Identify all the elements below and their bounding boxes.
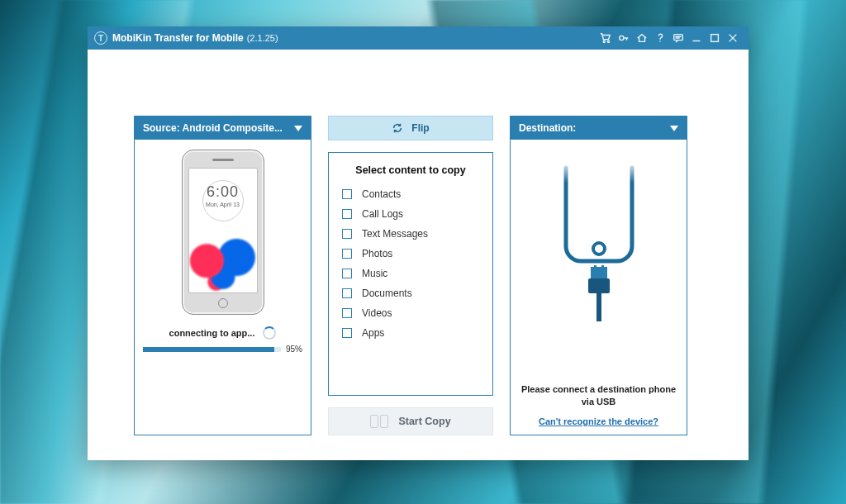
start-copy-button[interactable]: Start Copy	[328, 407, 493, 435]
app-version: (2.1.25)	[247, 33, 278, 43]
app-name: MobiKin Transfer for Mobile	[112, 32, 244, 44]
checkbox[interactable]	[342, 308, 352, 318]
content-title: Select content to copy	[342, 164, 479, 176]
checkbox[interactable]	[342, 249, 352, 259]
content-item-label: Documents	[362, 288, 412, 299]
home-icon[interactable]	[633, 30, 651, 46]
content-item[interactable]: Contacts	[342, 184, 479, 204]
checkbox[interactable]	[342, 269, 352, 278]
svg-rect-8	[591, 267, 607, 278]
center-column: Flip Select content to copy ContactsCall…	[328, 116, 493, 435]
chevron-down-icon	[294, 126, 302, 131]
source-progress: 95%	[143, 345, 302, 354]
destination-dropdown[interactable]: Destination:	[511, 116, 687, 140]
flip-button[interactable]: Flip	[328, 116, 493, 140]
flip-label: Flip	[411, 122, 429, 134]
checkbox[interactable]	[342, 229, 352, 239]
content-item-label: Videos	[362, 307, 392, 319]
refresh-icon	[392, 122, 403, 134]
minimize-button[interactable]	[687, 30, 706, 46]
svg-rect-9	[594, 265, 596, 269]
svg-point-6	[593, 243, 605, 254]
cant-recognize-link[interactable]: Can't recognize the device?	[539, 416, 658, 426]
destination-body: Please connect a destination phone via U…	[511, 140, 687, 435]
close-button[interactable]	[724, 30, 742, 46]
content-item[interactable]: Documents	[342, 283, 479, 303]
title-group: MobiKin Transfer for Mobile (2.1.25)	[112, 32, 278, 44]
maximize-button[interactable]	[706, 30, 724, 46]
usb-phone-illustration	[549, 151, 649, 378]
content-item-label: Contacts	[362, 188, 401, 200]
svg-rect-5	[711, 35, 719, 42]
chevron-down-icon	[670, 126, 678, 131]
spinner-icon	[263, 326, 276, 340]
start-copy-label: Start Copy	[398, 416, 450, 427]
svg-point-2	[620, 36, 624, 40]
content-item[interactable]: Music	[342, 264, 479, 283]
phone-clock-time: 6:00	[189, 183, 257, 201]
svg-point-3	[659, 40, 661, 42]
titlebar: T MobiKin Transfer for Mobile (2.1.25)	[88, 26, 749, 50]
source-panel: Source: Android Composite... 6:00 Mon, A…	[134, 116, 311, 435]
svg-point-0	[603, 40, 605, 42]
progress-percent: 95%	[286, 345, 302, 354]
content-item[interactable]: Videos	[342, 303, 479, 323]
help-icon[interactable]	[651, 30, 669, 46]
checkbox[interactable]	[342, 189, 352, 199]
content-item-label: Text Messages	[362, 228, 428, 240]
content-item[interactable]: Apps	[342, 323, 479, 343]
checkbox[interactable]	[342, 288, 352, 298]
source-status-text: connecting to app...	[169, 328, 255, 338]
destination-header-label: Destination:	[519, 122, 576, 134]
source-status-row: connecting to app...	[143, 326, 302, 340]
content-item[interactable]: Text Messages	[342, 224, 479, 244]
content-item-label: Photos	[362, 248, 392, 259]
svg-rect-7	[558, 159, 640, 183]
svg-rect-10	[601, 265, 604, 269]
checkbox[interactable]	[342, 209, 352, 219]
app-window: T MobiKin Transfer for Mobile (2.1.25)	[88, 26, 749, 460]
content-item[interactable]: Photos	[342, 244, 479, 264]
content-item-label: Music	[362, 268, 387, 279]
content-item[interactable]: Call Logs	[342, 204, 479, 224]
phone-clock-date: Mon, April 13	[189, 202, 257, 207]
svg-rect-4	[674, 35, 683, 40]
progress-bar	[143, 347, 281, 352]
app-body: Source: Android Composite... 6:00 Mon, A…	[88, 50, 749, 460]
svg-rect-11	[588, 278, 610, 293]
feedback-icon[interactable]	[669, 30, 687, 46]
content-select-box: Select content to copy ContactsCall Logs…	[328, 152, 493, 396]
destination-message: Please connect a destination phone via U…	[521, 383, 676, 408]
source-header-label: Source: Android Composite...	[143, 122, 283, 134]
svg-point-1	[607, 40, 609, 42]
svg-rect-12	[596, 293, 601, 321]
content-item-label: Apps	[362, 327, 384, 339]
source-body: 6:00 Mon, April 13 connecting to app...	[135, 140, 311, 435]
key-icon[interactable]	[615, 30, 633, 46]
content-item-label: Call Logs	[362, 208, 403, 220]
cart-icon[interactable]	[596, 30, 615, 46]
app-logo-icon: T	[94, 31, 107, 45]
destination-panel: Destination:	[510, 116, 687, 435]
checkbox[interactable]	[342, 328, 352, 338]
source-phone-illustration: 6:00 Mon, April 13	[182, 150, 264, 315]
transfer-icon	[370, 415, 388, 428]
source-dropdown[interactable]: Source: Android Composite...	[135, 116, 311, 140]
